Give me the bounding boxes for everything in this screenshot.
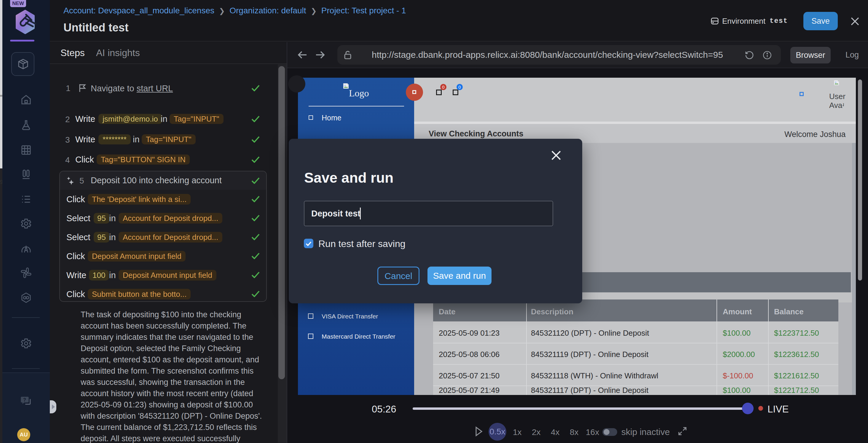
svg-text:?: ?	[23, 397, 26, 403]
